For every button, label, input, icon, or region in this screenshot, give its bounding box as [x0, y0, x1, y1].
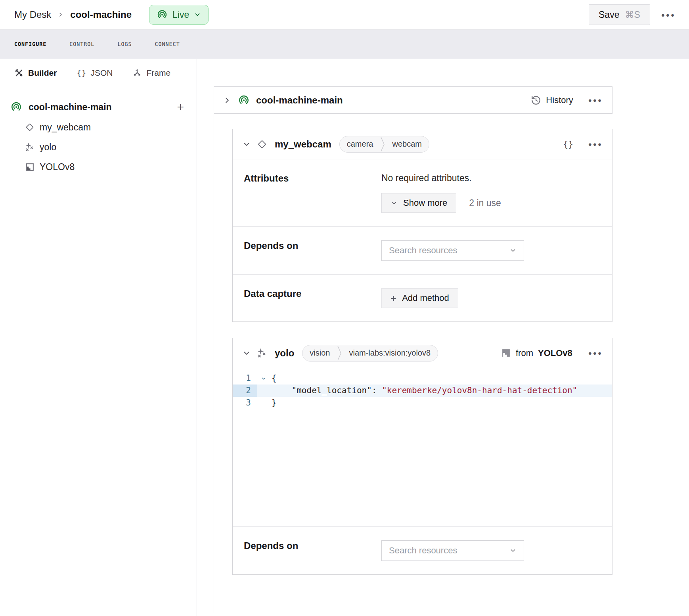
line-number: 3 — [233, 397, 257, 409]
mode-builder-label: Builder — [28, 68, 57, 78]
chevron-down-icon — [509, 247, 517, 254]
mode-builder-button[interactable]: Builder — [14, 68, 57, 78]
depends-on-label: Depends on — [233, 227, 381, 274]
breadcrumb: My Desk cool-machine — [14, 9, 132, 20]
save-label: Save — [599, 10, 619, 20]
broadcast-icon — [157, 9, 168, 20]
badge-chevron-icon — [337, 345, 342, 361]
from-module-indicator: from YOLOv8 — [501, 348, 572, 358]
collapse-card-chevron[interactable] — [242, 349, 251, 358]
machine-part-children-group: my_webcam camera webcam {} ●●● Attribute… — [214, 114, 612, 613]
mode-json-button[interactable]: {} JSON — [77, 68, 113, 78]
machine-part-title: cool-machine-main — [256, 95, 524, 106]
machine-part-broadcast-icon — [238, 94, 250, 106]
show-more-button[interactable]: Show more — [381, 193, 456, 213]
main-tabbar: CONFIGURE CONTROL LOGS CONNECT — [0, 30, 689, 59]
data-capture-label: Data capture — [233, 275, 381, 321]
tree-item-label: yolo — [40, 142, 56, 153]
expand-machine-part-chevron[interactable] — [223, 96, 232, 105]
service-card-header: yolo vision viam-labs:vision:yolov8 — [233, 338, 612, 368]
history-icon — [531, 95, 541, 105]
tab-configure[interactable]: CONFIGURE — [14, 41, 46, 47]
code-text: { — [270, 372, 612, 385]
resource-tree: cool-machine-main + my_webcam — [0, 87, 197, 177]
data-capture-row: Data capture + Add method — [233, 274, 612, 321]
component-name: my_webcam — [275, 139, 331, 150]
breadcrumb-chevron-icon — [57, 11, 64, 18]
code-line: 3 } — [233, 397, 612, 409]
component-type-badge: camera webcam — [339, 136, 429, 153]
depends-on-placeholder: Search resources — [389, 545, 457, 556]
machine-part-broadcast-icon — [10, 101, 22, 113]
plus-icon: + — [390, 293, 396, 303]
no-required-attributes-text: No required attributes. — [381, 173, 612, 184]
history-label: History — [546, 95, 573, 105]
save-button[interactable]: Save ⌘S — [589, 4, 650, 25]
add-method-label: Add method — [402, 293, 449, 303]
collapse-card-chevron[interactable] — [242, 140, 251, 149]
history-button[interactable]: History — [531, 95, 573, 105]
tree-item-yolo[interactable]: yolo — [0, 137, 197, 157]
topbar-overflow-menu-button[interactable]: ●●● — [661, 12, 676, 18]
code-line: 1 { — [233, 372, 612, 385]
tree-item-my-webcam[interactable]: my_webcam — [0, 117, 197, 137]
attributes-in-use-count: 2 in use — [469, 198, 501, 209]
vision-service-icon — [25, 142, 35, 152]
tab-connect[interactable]: CONNECT — [155, 41, 180, 47]
chevron-down-icon — [194, 11, 201, 18]
depends-on-row: Depends on Search resources — [233, 226, 612, 274]
json-key: "model_location" — [292, 386, 372, 395]
module-icon — [501, 348, 511, 358]
topbar: My Desk cool-machine Live Save ⌘S — [0, 0, 689, 30]
edit-json-braces-icon[interactable]: {} — [563, 140, 573, 149]
service-type-badge: vision viam-labs:vision:yolov8 — [302, 345, 438, 362]
depends-on-row: Depends on Search resources — [233, 526, 612, 574]
service-card-yolo: yolo vision viam-labs:vision:yolov8 — [232, 338, 612, 575]
component-card-my-webcam: my_webcam camera webcam {} ●●● Attribute… — [232, 129, 612, 322]
show-more-label: Show more — [403, 198, 447, 208]
depends-on-label: Depends on — [233, 527, 381, 574]
live-status-label: Live — [172, 10, 189, 20]
machine-part-menu-button[interactable]: ●●● — [588, 97, 603, 103]
depends-on-select[interactable]: Search resources — [381, 540, 524, 561]
depends-on-placeholder: Search resources — [389, 245, 457, 256]
code-text: } — [270, 397, 612, 409]
code-fold-chevron-icon[interactable] — [261, 376, 266, 381]
tree-item-yolov8-module[interactable]: YOLOv8 — [0, 157, 197, 177]
configure-main-panel: cool-machine-main History ●●● — [197, 59, 689, 616]
mode-json-label: JSON — [90, 68, 113, 78]
config-mode-switcher: Builder {} JSON Frame — [0, 59, 197, 87]
attributes-row: Attributes No required attributes. Show … — [233, 159, 612, 226]
service-name: yolo — [275, 348, 294, 359]
badge-model: webcam — [385, 140, 429, 149]
add-method-button[interactable]: + Add method — [381, 288, 458, 308]
component-menu-button[interactable]: ●●● — [588, 141, 603, 147]
code-line-active: 2 "model_location": "keremberke/yolov8n-… — [233, 385, 612, 397]
tab-logs[interactable]: LOGS — [117, 41, 132, 47]
json-string-value: "keremberke/yolov8n-hard-hat-detection" — [382, 386, 577, 395]
vision-service-icon — [256, 348, 268, 359]
component-card-header: my_webcam camera webcam {} ●●● — [233, 129, 612, 159]
frame-axes-icon — [132, 68, 142, 78]
module-icon — [25, 162, 35, 172]
mode-frame-button[interactable]: Frame — [132, 68, 170, 78]
configure-sidebar: Builder {} JSON Frame — [0, 59, 197, 616]
badge-type: vision — [302, 348, 337, 358]
badge-type: camera — [340, 140, 381, 149]
camera-component-icon — [256, 139, 268, 150]
machine-part-card-header: cool-machine-main History ●●● — [214, 86, 612, 114]
tree-root-machine-part[interactable]: cool-machine-main + — [0, 97, 197, 117]
badge-chevron-icon — [380, 136, 385, 152]
add-component-button[interactable]: + — [177, 101, 184, 113]
breadcrumb-parent-link[interactable]: My Desk — [14, 9, 51, 20]
badge-model: viam-labs:vision:yolov8 — [342, 348, 438, 358]
machine-status-dropdown[interactable]: Live — [149, 5, 209, 25]
depends-on-select[interactable]: Search resources — [381, 240, 524, 261]
json-attributes-editor[interactable]: 1 { 2 "model_location": "keremberke/yolo… — [233, 368, 612, 526]
service-menu-button[interactable]: ●●● — [588, 350, 603, 356]
from-module-name: YOLOv8 — [538, 348, 572, 358]
line-number: 1 — [233, 372, 257, 385]
tree-root-label: cool-machine-main — [29, 102, 170, 113]
code-text: "model_location": "keremberke/yolov8n-ha… — [270, 385, 612, 397]
tab-control[interactable]: CONTROL — [69, 41, 94, 47]
